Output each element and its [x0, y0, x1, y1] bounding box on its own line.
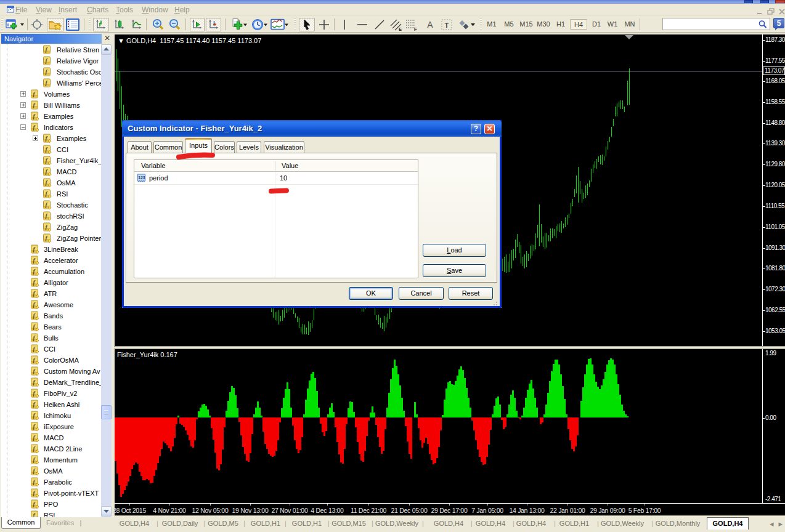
svg-text:123: 123: [138, 175, 145, 180]
svg-text:T: T: [445, 22, 449, 29]
svg-text:E: E: [399, 26, 402, 31]
svg-text:F: F: [414, 26, 417, 31]
